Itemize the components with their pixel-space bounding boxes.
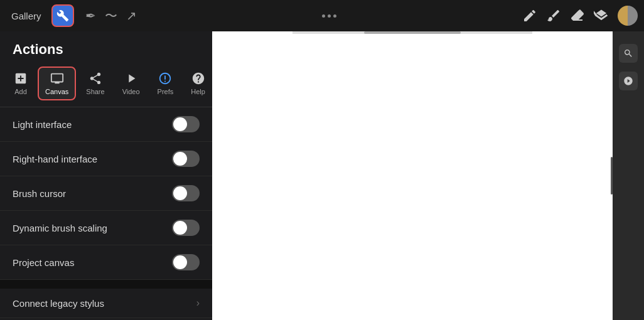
layers-tool[interactable]	[594, 8, 609, 23]
tab-prefs-label: Prefs	[158, 88, 174, 95]
project-canvas-toggle[interactable]	[172, 254, 200, 270]
smudge-tool[interactable]	[546, 8, 561, 23]
dynamic-brush-toggle[interactable]	[172, 220, 200, 236]
tab-help-label: Help	[191, 88, 205, 95]
canvas-tab-icon	[50, 72, 64, 85]
video-tab-icon	[124, 72, 138, 85]
tab-share-label: Share	[86, 88, 104, 95]
tab-canvas[interactable]: Canvas	[38, 67, 76, 100]
toolbar-center[interactable]	[322, 14, 336, 18]
brush-cursor-label: Brush cursor	[13, 188, 66, 199]
arrow-icon[interactable]: ↗	[126, 8, 137, 23]
brush-cursor-toggle[interactable]	[172, 185, 200, 201]
canvas-scroll-bar	[292, 31, 533, 34]
right-sidebar	[613, 31, 644, 320]
link-settings-list: Connect legacy stylus › Pressure and Smo…	[0, 289, 212, 320]
tab-video[interactable]: Video	[115, 67, 148, 100]
canvas-scroll-thumb	[364, 31, 460, 34]
toolbar-left: Gallery ✒ 〜 ↗	[6, 4, 137, 27]
toolbar-right	[522, 6, 638, 26]
tab-add-label: Add	[14, 88, 27, 95]
actions-panel: Actions Add Canvas Share Video	[0, 31, 212, 320]
section-gap-1	[0, 280, 212, 289]
tab-help[interactable]: Help	[183, 67, 212, 100]
tab-video-label: Video	[122, 88, 140, 95]
toggle-settings-list: Light interface Right-hand interface Bru…	[0, 107, 212, 280]
right-hand-toggle[interactable]	[172, 151, 200, 167]
actions-header: Actions	[0, 31, 212, 64]
connect-stylus-label: Connect legacy stylus	[13, 298, 104, 309]
setting-connect-stylus[interactable]: Connect legacy stylus ›	[0, 289, 212, 318]
color-picker[interactable]	[618, 6, 638, 26]
tab-add[interactable]: Add	[6, 67, 35, 100]
light-interface-toggle[interactable]	[172, 116, 200, 132]
icon-tabs: Add Canvas Share Video Prefs	[0, 64, 212, 107]
light-interface-label: Light interface	[13, 119, 72, 130]
tab-prefs[interactable]: Prefs	[150, 67, 181, 100]
add-tab-icon	[14, 72, 28, 85]
side-tool-1[interactable]	[619, 44, 638, 63]
eraser-tool-icon	[570, 8, 585, 23]
smudge-tool-icon	[546, 8, 561, 23]
canvas-area[interactable]	[212, 31, 613, 320]
pencil-tool-icon	[522, 8, 537, 23]
dot2	[328, 14, 331, 18]
help-tab-icon	[191, 72, 205, 85]
wave-icon[interactable]: 〜	[105, 8, 117, 24]
pencil-tool[interactable]	[522, 8, 537, 23]
dot3	[333, 14, 336, 18]
calligraphy-icon[interactable]: ✒	[85, 8, 96, 23]
setting-dynamic-brush: Dynamic brush scaling	[0, 211, 212, 245]
connect-stylus-arrow: ›	[196, 297, 200, 309]
setting-right-hand: Right-hand interface	[0, 142, 212, 176]
top-toolbar: Gallery ✒ 〜 ↗	[0, 0, 644, 31]
eraser-tool[interactable]	[570, 8, 585, 23]
setting-light-interface: Light interface	[0, 107, 212, 142]
prefs-tab-icon	[158, 72, 172, 85]
gallery-label: Gallery	[11, 11, 41, 21]
dynamic-brush-label: Dynamic brush scaling	[13, 223, 107, 233]
tab-share[interactable]: Share	[78, 67, 112, 100]
dot1	[322, 14, 325, 18]
setting-brush-cursor: Brush cursor	[0, 176, 212, 211]
side-tool-2-icon	[623, 76, 633, 86]
side-tool-2[interactable]	[619, 72, 638, 90]
setting-project-canvas: Project canvas	[0, 245, 212, 280]
gallery-button[interactable]: Gallery	[6, 8, 46, 24]
toolbar-tools: ✒ 〜 ↗	[85, 8, 137, 24]
main-area: Actions Add Canvas Share Video	[0, 31, 644, 320]
wrench-icon-btn[interactable]	[51, 4, 74, 27]
scroll-indicator	[611, 157, 613, 195]
wrench-icon	[56, 9, 69, 22]
side-tool-1-icon	[623, 48, 633, 58]
right-hand-label: Right-hand interface	[13, 154, 97, 164]
share-tab-icon	[89, 72, 102, 85]
tab-canvas-label: Canvas	[45, 88, 68, 95]
layers-tool-icon	[594, 8, 609, 23]
actions-title: Actions	[13, 41, 63, 57]
project-canvas-label: Project canvas	[13, 257, 74, 268]
